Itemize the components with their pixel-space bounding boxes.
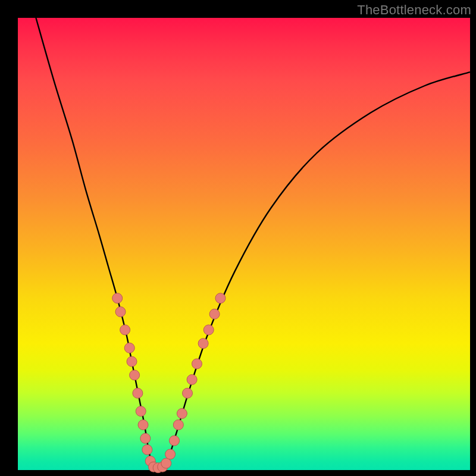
highlight-dot: [133, 388, 143, 398]
bottleneck-curve: [36, 18, 470, 469]
watermark-text: TheBottleneck.com: [357, 2, 471, 18]
highlight-dot: [215, 293, 226, 303]
highlight-dot: [177, 409, 187, 419]
plot-area: [18, 18, 470, 470]
highlight-dot: [130, 370, 140, 380]
highlight-dot: [115, 307, 126, 317]
highlight-dot: [112, 293, 123, 303]
highlight-dot: [192, 359, 202, 369]
highlight-dot: [173, 420, 183, 430]
highlight-dot: [127, 356, 137, 367]
highlight-dot: [140, 433, 151, 443]
highlight-dot: [198, 339, 208, 349]
highlight-dots: [112, 293, 226, 473]
highlight-dot: [169, 436, 179, 446]
highlight-dot: [124, 343, 134, 353]
chart-stage: TheBottleneck.com: [0, 0, 476, 476]
highlight-dot: [203, 325, 214, 335]
highlight-dot: [142, 444, 152, 455]
highlight-dot: [136, 406, 146, 416]
highlight-dot: [183, 388, 193, 398]
highlight-dot: [187, 375, 197, 385]
curve-layer: [18, 18, 470, 470]
highlight-dot: [138, 420, 148, 430]
highlight-dot: [161, 458, 171, 468]
highlight-dot: [120, 325, 130, 335]
highlight-dot: [165, 449, 176, 459]
highlight-dot: [209, 309, 220, 319]
